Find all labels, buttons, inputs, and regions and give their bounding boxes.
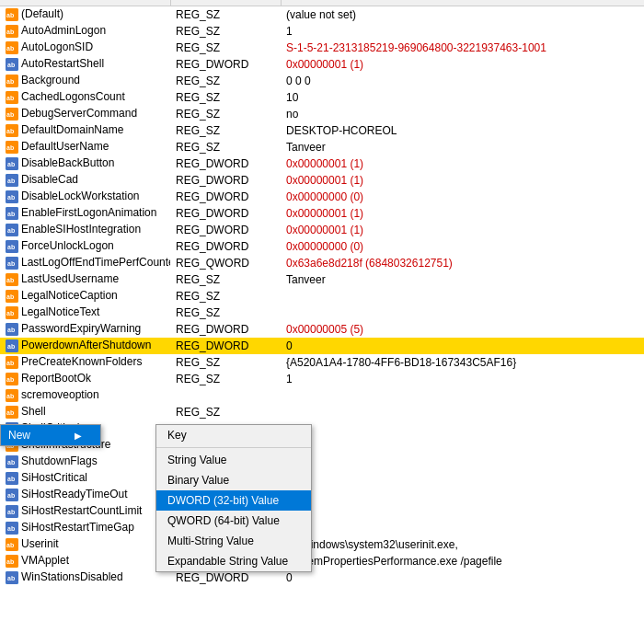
svg-text:ab: ab: [7, 343, 15, 350]
sz-icon: ab: [6, 290, 18, 303]
table-row[interactable]: abAutoAdminLogonREG_SZ1: [0, 23, 644, 40]
cell-type: REG_DWORD: [170, 238, 281, 255]
table-row[interactable]: abLegalNoticeTextREG_SZ: [0, 305, 644, 321]
svg-text:ab: ab: [6, 542, 14, 548]
cell-type: REG_SZ: [170, 40, 281, 56]
table-row[interactable]: abDisableLockWorkstationREG_DWORD0x00000…: [0, 189, 644, 205]
cell-name: abUserinit: [0, 536, 170, 553]
cell-name-text: LegalNoticeCaption: [21, 289, 118, 302]
table-row[interactable]: abPasswordExpiryWarningREG_DWORD0x000000…: [0, 321, 644, 338]
submenu-item-key[interactable]: Key: [156, 425, 311, 445]
submenu-item-multi-string-value[interactable]: Multi-String Value: [156, 531, 311, 551]
registry-table: ab(Default)REG_SZ(value not set)abAutoAd…: [0, 0, 644, 586]
cell-name-text: WinStationsDisabled: [21, 570, 123, 583]
cell-type: REG_SZ: [170, 288, 281, 305]
table-row[interactable]: abVMAppletREG_SZSystemPropertiesPerforma…: [0, 553, 644, 569]
cell-type: REG_SZ: [170, 139, 281, 155]
cell-name-text: EnableSIHostIntegration: [21, 223, 141, 236]
cell-data: 0: [281, 569, 644, 586]
table-row[interactable]: abDefaultDomainNameREG_SZDESKTOP-HCOREOL: [0, 122, 644, 139]
svg-text:ab: ab: [7, 492, 15, 499]
table-row[interactable]: abWinStationsDisabledREG_DWORD0: [0, 569, 644, 586]
dword-icon: ab: [6, 257, 18, 270]
cell-name-text: SiHostRestartTimeGap: [21, 521, 134, 534]
svg-text:ab: ab: [7, 327, 15, 333]
cell-data: [281, 520, 644, 536]
cell-name-text: AutoAdminLogon: [21, 24, 106, 37]
cell-name: abscremoveoption: [0, 387, 170, 404]
dword-icon: ab: [6, 323, 18, 336]
dword-icon: ab: [6, 489, 18, 501]
table-row[interactable]: abForceUnlockLogonREG_DWORD0x00000000 (0…: [0, 238, 644, 255]
svg-text:ab: ab: [6, 128, 14, 134]
table-row[interactable]: abPreCreateKnownFoldersREG_SZ{A520A1A4-1…: [0, 354, 644, 371]
cell-name: abDefaultDomainName: [0, 122, 170, 139]
cell-name: ab(Default): [0, 6, 170, 23]
table-row[interactable]: abReportBootOkREG_SZ1: [0, 371, 644, 387]
context-menu: New ▶: [0, 424, 101, 446]
cell-name: abLegalNoticeText: [0, 305, 170, 321]
table-row[interactable]: abShutdownFlagsREG_DWORD: [0, 454, 644, 470]
submenu-item-binary-value[interactable]: Binary Value: [156, 470, 311, 490]
sz-icon: ab: [6, 25, 18, 38]
cell-data: 0x00000001 (1): [281, 205, 644, 222]
cell-name-text: DisableCad: [21, 173, 78, 186]
cell-name: abBackground: [0, 73, 170, 89]
cell-name: abLastUsedUsername: [0, 271, 170, 288]
cell-name: abVMApplet: [0, 553, 170, 569]
cell-name-text: Background: [21, 74, 80, 86]
table-row[interactable]: abBackgroundREG_SZ0 0 0: [0, 73, 644, 89]
cell-name: abCachedLogonsCount: [0, 89, 170, 106]
table-row[interactable]: abDisableBackButtonREG_DWORD0x00000001 (…: [0, 155, 644, 172]
table-row[interactable]: abAutoRestartShellREG_DWORD0x00000001 (1…: [0, 56, 644, 73]
table-row[interactable]: abLegalNoticeCaptionREG_SZ: [0, 288, 644, 305]
table-row[interactable]: abSiHostRestartCountLimitREG_DWORD: [0, 503, 644, 520]
cell-data: SystemPropertiesPerformance.exe /pagefil…: [281, 553, 644, 569]
table-row[interactable]: abSiHostRestartTimeGapREG_DWORD: [0, 520, 644, 536]
svg-text:ab: ab: [7, 161, 15, 167]
dword-icon: ab: [6, 339, 18, 352]
cell-type: REG_DWORD: [170, 321, 281, 338]
sz-icon: ab: [6, 75, 18, 87]
cell-data: (value not set): [281, 6, 644, 23]
sz-icon: ab: [6, 108, 18, 121]
cell-type: REG_SZ: [170, 23, 281, 40]
table-row[interactable]: abDefaultUserNameREG_SZTanveer: [0, 139, 644, 155]
context-menu-item-new[interactable]: New ▶: [1, 425, 100, 445]
table-row[interactable]: abSiHostReadyTimeOutREG_DWORD: [0, 487, 644, 503]
dword-icon: ab: [6, 58, 18, 71]
cell-name-text: Userinit: [21, 537, 59, 550]
table-row[interactable]: abShellREG_SZ: [0, 404, 644, 420]
submenu-item-string-value[interactable]: String Value: [156, 450, 311, 470]
table-row[interactable]: abPowerdownAfterShutdownREG_DWORD0: [0, 338, 644, 354]
table-row[interactable]: abCachedLogonsCountREG_SZ10: [0, 89, 644, 106]
table-row[interactable]: abEnableFirstLogonAnimationREG_DWORD0x00…: [0, 205, 644, 222]
table-row[interactable]: abDebugServerCommandREG_SZno: [0, 106, 644, 122]
cell-data: [281, 288, 644, 305]
table-row[interactable]: abLastUsedUsernameREG_SZTanveer: [0, 271, 644, 288]
table-row[interactable]: abAutoLogonSIDREG_SZS-1-5-21-2313185219-…: [0, 40, 644, 56]
cell-type: REG_SZ: [170, 354, 281, 371]
cell-type: REG_DWORD: [170, 155, 281, 172]
table-row[interactable]: ab(Default)REG_SZ(value not set): [0, 6, 644, 23]
cell-type: REG_SZ: [170, 271, 281, 288]
submenu-item-dword-value[interactable]: DWORD (32-bit) Value: [156, 490, 311, 511]
table-row[interactable]: abUserinitREG_SZC:\Windows\system32\user…: [0, 536, 644, 553]
cell-name: abPowerdownAfterShutdown: [0, 338, 170, 354]
table-row[interactable]: abEnableSIHostIntegrationREG_DWORD0x0000…: [0, 222, 644, 238]
cell-name: abShutdownFlags: [0, 454, 170, 470]
table-row[interactable]: abscremoveoption: [0, 387, 644, 404]
table-row[interactable]: abSiHostCriticalREG_DWORD: [0, 470, 644, 487]
table-row[interactable]: abDisableCadREG_DWORD0x00000001 (1): [0, 172, 644, 189]
table-row[interactable]: abLastLogOffEndTimePerfCounterREG_QWORD0…: [0, 255, 644, 271]
svg-text:ab: ab: [6, 558, 14, 565]
cell-name: abSiHostRestartCountLimit: [0, 503, 170, 520]
submenu-item-expandable-string-value[interactable]: Expandable String Value: [156, 551, 311, 571]
cell-type: REG_QWORD: [170, 255, 281, 271]
cell-name-text: AutoLogonSID: [21, 40, 93, 53]
submenu-item-qword-value[interactable]: QWORD (64-bit) Value: [156, 511, 311, 531]
dword-icon: ab: [6, 190, 18, 203]
cell-data: 0x00000000 (0): [281, 238, 644, 255]
cell-data: [281, 387, 644, 404]
cell-name-text: PowerdownAfterShutdown: [21, 339, 151, 351]
